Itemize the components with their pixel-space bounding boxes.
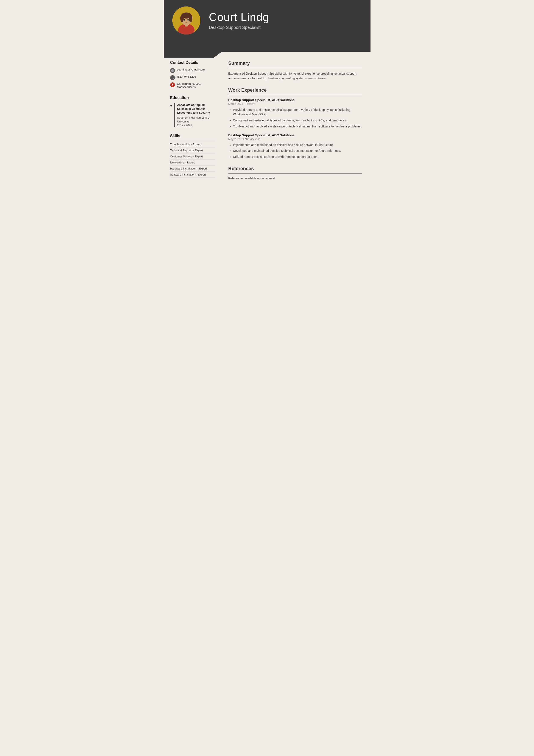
education-heading: Education: [170, 95, 216, 100]
job-bullet-1-2: Utilized remote access tools to provide …: [233, 155, 362, 159]
location-text: Carolburgh, 69009, Massachusetts: [177, 82, 201, 89]
header-text: Court Lindg Desktop Support Specialist: [209, 11, 269, 30]
job-bullet-0-1: Configured and installed all types of ha…: [233, 118, 362, 123]
skills-section: Skills Troubleshooting - ExpertTechnical…: [170, 134, 216, 178]
contact-section: Contact Details courtlindg@gmail.com: [170, 60, 216, 89]
candidate-name: Court Lindg: [209, 11, 269, 23]
email-icon: [170, 68, 175, 73]
edu-content: Associate of Applied Science in Computer…: [174, 103, 215, 127]
edu-bullet-icon: ●: [170, 104, 172, 127]
skill-item: Troubleshooting - Expert: [170, 141, 216, 148]
svg-rect-9: [171, 70, 174, 71]
job-0: Desktop Support Specialist, ABC Solution…: [228, 98, 362, 129]
sidebar: Contact Details courtlindg@gmail.com: [164, 52, 222, 195]
work-heading: Work Experience: [228, 87, 362, 95]
location-icon: [170, 82, 175, 87]
references-section: References References available upon req…: [228, 166, 362, 180]
email-contact: courtlindg@gmail.com: [170, 68, 216, 73]
summary-text: Experienced Desktop Support Specialist w…: [228, 71, 362, 81]
summary-section: Summary Experienced Desktop Support Spec…: [228, 60, 362, 81]
edu-degree: Associate of Applied Science in Computer…: [177, 103, 215, 115]
job-bullet-1-1: Developed and maintained detailed techni…: [233, 148, 362, 153]
job-bullets-0: Provided remote and onsite technical sup…: [228, 108, 362, 129]
location-contact: Carolburgh, 69009, Massachusetts: [170, 82, 216, 89]
job-bullets-1: Implemented and maintained an efficient …: [228, 143, 362, 159]
resume-container: Court Lindg Desktop Support Specialist C…: [164, 0, 370, 195]
candidate-title: Desktop Support Specialist: [209, 25, 269, 30]
skill-item: Software Installation - Expert: [170, 172, 216, 178]
svg-point-7: [184, 19, 185, 21]
email-link[interactable]: courtlindg@gmail.com: [177, 68, 205, 71]
svg-point-6: [189, 14, 192, 22]
edu-years: 2017 - 2021: [177, 123, 215, 127]
phone-icon: [170, 75, 175, 80]
job-1: Desktop Support Specialist, ABC Solution…: [228, 133, 362, 159]
skill-item: Networking - Expert: [170, 160, 216, 166]
header: Court Lindg Desktop Support Specialist: [164, 0, 370, 41]
job-title-1: Desktop Support Specialist, ABC Solution…: [228, 133, 362, 137]
references-heading: References: [228, 166, 362, 174]
education-item: ● Associate of Applied Science in Comput…: [170, 103, 216, 127]
main-content: Contact Details courtlindg@gmail.com: [164, 52, 370, 195]
education-section: Education ● Associate of Applied Science…: [170, 95, 216, 127]
contact-heading: Contact Details: [170, 60, 216, 65]
svg-point-10: [172, 84, 173, 85]
job-bullet-0-2: Troubleshot and resolved a wide range of…: [233, 124, 362, 129]
summary-heading: Summary: [228, 60, 362, 68]
skill-item: Customer Service - Expert: [170, 153, 216, 160]
right-column: Summary Experienced Desktop Support Spec…: [222, 52, 370, 195]
jobs-container: Desktop Support Specialist, ABC Solution…: [228, 98, 362, 159]
job-dates-0: March 2023 - Present: [228, 102, 362, 105]
skills-list: Troubleshooting - ExpertTechnical Suppor…: [170, 141, 216, 178]
skill-item: Hardware Installation - Expert: [170, 166, 216, 172]
phone-text: (620) 944 5276: [177, 75, 196, 78]
skill-item: Technical Support - Expert: [170, 148, 216, 153]
job-bullet-0-0: Provided remote and onsite technical sup…: [233, 108, 362, 117]
work-section: Work Experience Desktop Support Speciali…: [228, 87, 362, 159]
avatar: [172, 7, 200, 35]
job-bullet-1-0: Implemented and maintained an efficient …: [233, 143, 362, 148]
job-title-0: Desktop Support Specialist, ABC Solution…: [228, 98, 362, 102]
job-dates-1: May 2021 - February 2023: [228, 137, 362, 141]
skills-heading: Skills: [170, 134, 216, 138]
phone-contact: (620) 944 5276: [170, 75, 216, 80]
header-chevron: [164, 41, 370, 52]
svg-point-5: [180, 14, 184, 22]
edu-school: Southern New Hampshire University: [177, 116, 215, 123]
svg-point-8: [188, 19, 189, 21]
references-text: References available upon request: [228, 176, 362, 180]
